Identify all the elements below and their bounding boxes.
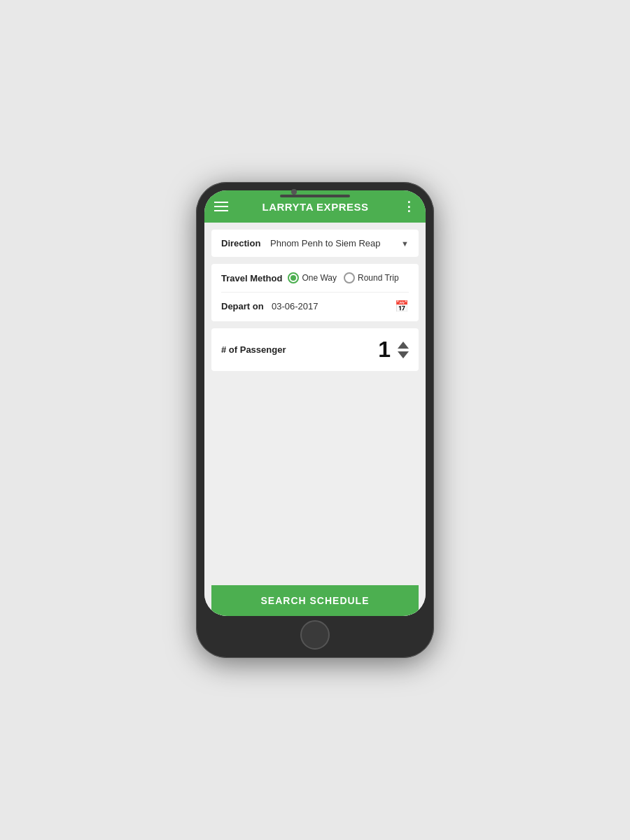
passenger-row: # of Passenger 1 (221, 337, 409, 363)
radio-options: One Way Round Trip (288, 272, 398, 284)
direction-value: Phnom Penh to Siem Reap (270, 238, 381, 248)
travel-method-label: Travel Method (221, 273, 282, 284)
one-way-radio[interactable] (288, 272, 299, 284)
increment-arrow-icon[interactable] (398, 342, 409, 349)
app-title: LARRYTA EXPRESS (262, 201, 369, 213)
round-trip-option[interactable]: Round Trip (344, 272, 399, 284)
camera (291, 189, 297, 195)
direction-row: Direction Phnom Penh to Siem Reap ▼ (221, 238, 409, 248)
passenger-stepper[interactable] (398, 342, 409, 358)
depart-label: Depart on (221, 301, 272, 312)
phone-screen: LARRYTA EXPRESS ⋮ Direction Phnom Penh t… (204, 190, 426, 616)
search-schedule-button[interactable]: SEARCH SCHEDULE (211, 585, 419, 616)
app-content: Direction Phnom Penh to Siem Reap ▼ Trav… (204, 223, 426, 616)
depart-value: 03-06-2017 (272, 301, 395, 312)
one-way-option[interactable]: One Way (288, 272, 337, 284)
speaker (280, 195, 350, 197)
passenger-count: 1 (378, 337, 391, 363)
home-button[interactable] (300, 620, 330, 650)
round-trip-radio[interactable] (344, 272, 355, 284)
dropdown-arrow-icon: ▼ (401, 239, 409, 248)
direction-card: Direction Phnom Penh to Siem Reap ▼ (211, 230, 419, 257)
menu-icon[interactable] (214, 202, 228, 211)
passenger-control: 1 (378, 337, 409, 363)
phone-frame: LARRYTA EXPRESS ⋮ Direction Phnom Penh t… (196, 182, 434, 658)
calendar-icon[interactable]: 📅 (395, 300, 409, 313)
direction-select[interactable]: Phnom Penh to Siem Reap ▼ (270, 238, 409, 248)
decrement-arrow-icon[interactable] (398, 351, 409, 358)
travel-card: Travel Method One Way Round Trip Depart (211, 264, 419, 321)
depart-row: Depart on 03-06-2017 📅 (221, 292, 409, 313)
more-icon[interactable]: ⋮ (402, 199, 416, 214)
round-trip-label: Round Trip (358, 273, 399, 283)
direction-label: Direction (221, 238, 265, 248)
travel-method-row: Travel Method One Way Round Trip (221, 272, 409, 284)
content-spacer (211, 378, 419, 578)
passenger-card: # of Passenger 1 (211, 328, 419, 371)
passenger-label: # of Passenger (221, 344, 286, 355)
one-way-label: One Way (302, 273, 337, 283)
